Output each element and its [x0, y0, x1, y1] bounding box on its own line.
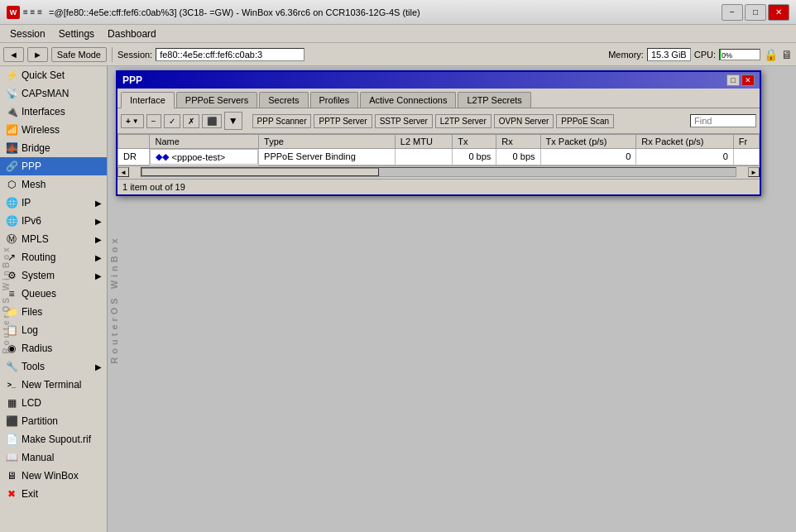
- back-button[interactable]: ◄: [3, 47, 24, 62]
- tab-l2tp-secrets[interactable]: L2TP Secrets: [458, 92, 530, 108]
- sidebar-item-routing[interactable]: ↗ Routing ▶: [0, 248, 107, 266]
- tab-bar: Interface PPPoE Servers Secrets Profiles…: [117, 89, 760, 108]
- cpu-fill: [720, 50, 721, 60]
- winbox-icon: 🖥: [5, 469, 18, 482]
- ipv6-arrow: ▶: [95, 217, 102, 226]
- sidebar-item-system[interactable]: ⚙ System ▶: [0, 266, 107, 285]
- row-fr: [733, 149, 759, 165]
- memory-label: Memory:: [608, 50, 644, 60]
- table-row[interactable]: DR ◆◆ <pppoe-test> PPPoE Server Binding …: [118, 149, 760, 165]
- scroll-thumb[interactable]: [141, 168, 379, 176]
- col-name[interactable]: Name: [150, 135, 259, 149]
- minimize-button[interactable]: −: [722, 4, 743, 21]
- routing-icon: ↗: [5, 251, 18, 264]
- sidebar-label-files: Files: [22, 306, 42, 318]
- l2tp-server-button[interactable]: L2TP Server: [435, 114, 492, 128]
- sidebar-item-partition[interactable]: ⬛ Partition: [0, 412, 107, 430]
- sidebar-item-ipv6[interactable]: 🌐 IPv6 ▶: [0, 212, 107, 230]
- mesh-icon: ⬡: [5, 178, 18, 191]
- tab-secrets[interactable]: Secrets: [259, 92, 308, 108]
- terminal-icon: >_: [5, 378, 18, 391]
- dialog-minimize-button[interactable]: □: [726, 74, 740, 86]
- sidebar-item-manual[interactable]: 📖 Manual: [0, 448, 107, 467]
- col-tx-packet[interactable]: Tx Packet (p/s): [540, 135, 636, 149]
- tab-active-connections[interactable]: Active Connections: [360, 92, 456, 108]
- sidebar-item-new-terminal[interactable]: >_ New Terminal: [0, 376, 107, 394]
- h-scrollbar: ◄ ►: [117, 165, 760, 179]
- sidebar-label-capsman: CAPsMAN: [22, 88, 69, 99]
- find-input[interactable]: [690, 114, 756, 127]
- sidebar-item-queues[interactable]: ≡ Queues: [0, 285, 107, 303]
- sidebar-item-ip[interactable]: 🌐 IP ▶: [0, 194, 107, 212]
- col-l2mtu[interactable]: L2 MTU: [395, 135, 452, 149]
- sidebar-item-wireless[interactable]: 📶 Wireless: [0, 121, 107, 139]
- forward-button[interactable]: ►: [27, 47, 48, 62]
- sidebar-item-ppp[interactable]: 🔗 PPP: [0, 157, 107, 175]
- add-button[interactable]: + ▼: [121, 114, 144, 128]
- session-label: Session:: [117, 50, 152, 60]
- screen-icon: 🖥: [781, 48, 793, 61]
- pptp-server-button[interactable]: PPTP Server: [314, 114, 372, 128]
- sidebar-item-new-winbox[interactable]: 🖥 New WinBox: [0, 467, 107, 485]
- dialog-close-button[interactable]: ✕: [741, 74, 755, 86]
- lock-icon: 🔒: [764, 48, 778, 61]
- menu-bar: Session Settings Dashboard: [0, 25, 796, 43]
- row-name-text: <pppoe-test>: [171, 152, 225, 162]
- sidebar-item-exit[interactable]: ✖ Exit: [0, 485, 107, 503]
- sidebar-item-files[interactable]: 📁 Files: [0, 303, 107, 321]
- filter-button[interactable]: ▼: [224, 112, 242, 130]
- col-rx-packet[interactable]: Rx Packet (p/s): [636, 135, 733, 149]
- disable-button[interactable]: ✗: [183, 114, 199, 128]
- ip-arrow: ▶: [95, 199, 102, 208]
- sidebar-item-tools[interactable]: 🔧 Tools ▶: [0, 357, 107, 376]
- ppp-dialog: PPP □ ✕ Interface PPPoE Servers Secrets …: [116, 70, 761, 196]
- sidebar-item-interfaces[interactable]: 🔌 Interfaces: [0, 103, 107, 121]
- col-fr[interactable]: Fr: [733, 135, 759, 149]
- session-field: fe80::4e5e:cff:fef6:c0ab:3: [156, 48, 304, 61]
- row-indicator: ◆◆: [156, 151, 169, 162]
- sidebar-item-mpls[interactable]: Ⓜ MPLS ▶: [0, 230, 107, 248]
- enable-button[interactable]: ✓: [164, 114, 180, 128]
- col-flag[interactable]: [118, 135, 150, 149]
- capsman-icon: 📡: [5, 87, 18, 100]
- add-arrow: ▼: [132, 117, 139, 125]
- pppoe-scan-button[interactable]: PPPoE Scan: [556, 114, 614, 128]
- maximize-button[interactable]: □: [745, 4, 766, 21]
- sstp-server-button[interactable]: SSTP Server: [375, 114, 433, 128]
- remove-button[interactable]: −: [146, 114, 161, 128]
- sidebar-item-log[interactable]: 📋 Log: [0, 321, 107, 339]
- scroll-left-button[interactable]: ◄: [117, 167, 129, 177]
- ppp-icon: 🔗: [5, 160, 18, 173]
- scroll-right-button[interactable]: ►: [748, 167, 760, 177]
- sidebar-item-quick-set[interactable]: ⚡ Quick Set: [0, 66, 107, 84]
- safe-mode-button[interactable]: Safe Mode: [51, 47, 107, 62]
- close-button[interactable]: ✕: [768, 4, 789, 21]
- manual-icon: 📖: [5, 451, 18, 464]
- sidebar-item-capsman[interactable]: 📡 CAPsMAN: [0, 84, 107, 103]
- system-arrow: ▶: [95, 271, 102, 280]
- sidebar-item-make-supout[interactable]: 📄 Make Supout.rif: [0, 430, 107, 448]
- menu-dashboard[interactable]: Dashboard: [101, 26, 163, 41]
- sidebar-item-radius[interactable]: ◉ Radius: [0, 339, 107, 357]
- ovpn-server-button[interactable]: OVPN Server: [494, 114, 554, 128]
- tab-profiles[interactable]: Profiles: [310, 92, 359, 108]
- menu-session[interactable]: Session: [3, 26, 52, 41]
- col-type[interactable]: Type: [259, 135, 396, 149]
- col-rx[interactable]: Rx: [496, 135, 540, 149]
- tab-pppoe-servers[interactable]: PPPoE Servers: [176, 92, 257, 108]
- row-l2mtu: [395, 149, 452, 165]
- sidebar-label-manual: Manual: [22, 452, 54, 463]
- sidebar-item-bridge[interactable]: 🌉 Bridge: [0, 139, 107, 157]
- supout-icon: 📄: [5, 433, 18, 446]
- cpu-value: 0%: [722, 50, 732, 61]
- col-tx[interactable]: Tx: [453, 135, 496, 149]
- memory-value: 15.3 GiB: [647, 48, 691, 61]
- row-tx: 0 bps: [453, 149, 496, 165]
- app-icon: W: [7, 6, 20, 19]
- copy-button[interactable]: ⬛: [202, 114, 222, 128]
- menu-settings[interactable]: Settings: [52, 26, 101, 41]
- ppp-scanner-button[interactable]: PPP Scanner: [252, 114, 312, 128]
- sidebar-item-lcd[interactable]: ▦ LCD: [0, 394, 107, 412]
- tab-interface[interactable]: Interface: [121, 92, 175, 108]
- sidebar-item-mesh[interactable]: ⬡ Mesh: [0, 175, 107, 194]
